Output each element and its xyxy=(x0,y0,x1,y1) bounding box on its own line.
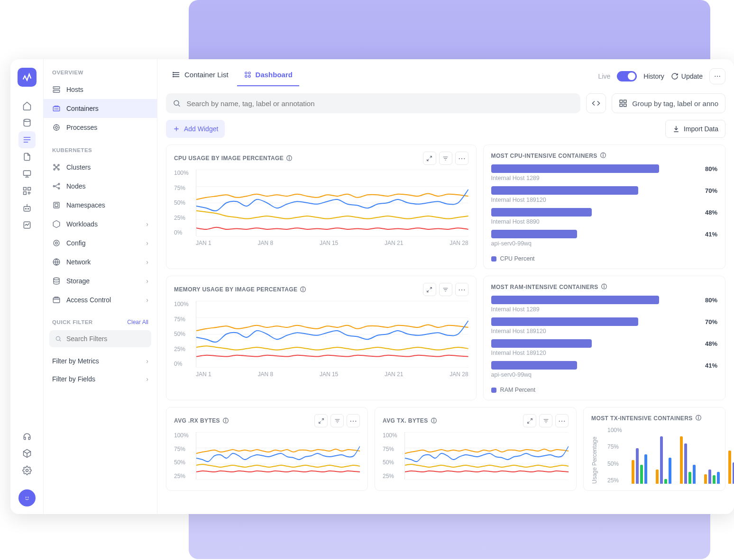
list-icon[interactable] xyxy=(18,131,36,148)
sidebar-item-storage[interactable]: Storage› xyxy=(44,271,157,290)
database-icon[interactable] xyxy=(18,114,36,131)
svg-point-15 xyxy=(55,126,58,129)
info-icon[interactable]: ⓘ xyxy=(431,417,437,425)
user-avatar[interactable] xyxy=(18,489,36,506)
filter-icon[interactable] xyxy=(439,283,452,296)
info-icon[interactable]: ⓘ xyxy=(223,417,229,425)
svg-point-39 xyxy=(248,75,250,77)
bar xyxy=(693,465,696,484)
bar xyxy=(640,465,643,484)
search-input[interactable] xyxy=(186,99,574,108)
update-button[interactable]: Update xyxy=(671,72,703,80)
tx-cols-card: MOST TX-INTENSIVE CONTAINERSⓘ Usage Perc… xyxy=(583,407,725,491)
bar xyxy=(636,448,639,484)
sidebar-item-access-control[interactable]: Access Control› xyxy=(44,290,157,309)
expand-icon[interactable] xyxy=(314,414,328,427)
card-title: MOST RAM-INTENSIVE CONTAINERSⓘ xyxy=(491,283,607,291)
bar-value: 41% xyxy=(705,362,717,369)
y-tick: 0% xyxy=(174,361,189,367)
topbar-right: Live History Update ⋯ xyxy=(598,68,725,84)
sidebar-item-workloads[interactable]: Workloads› xyxy=(44,215,157,234)
expand-icon[interactable] xyxy=(423,152,436,165)
sidebar-item-nodes[interactable]: Nodes xyxy=(44,177,157,196)
more-icon[interactable]: ⋯ xyxy=(455,283,468,296)
svg-rect-31 xyxy=(53,298,60,303)
info-icon[interactable]: ⓘ xyxy=(286,154,292,163)
sidebar: OVERVIEWHostsContainersProcessesKUBERNET… xyxy=(44,59,157,514)
y-tick: 75% xyxy=(174,316,189,323)
info-icon[interactable]: ⓘ xyxy=(696,414,701,422)
filter-search-input[interactable] xyxy=(66,335,146,343)
sidebar-item-label: Nodes xyxy=(66,182,85,190)
x-tick: JAN 21 xyxy=(385,240,403,246)
filter-search[interactable] xyxy=(49,330,151,347)
more-icon[interactable]: ⋯ xyxy=(555,414,569,427)
sidebar-item-hosts[interactable]: Hosts xyxy=(44,80,157,99)
sidebar-item-containers[interactable]: Containers xyxy=(44,99,157,118)
tabs: Container ListDashboard xyxy=(166,66,299,86)
gear-icon[interactable] xyxy=(18,462,36,479)
y-tick: 25% xyxy=(607,477,622,484)
info-icon[interactable]: ⓘ xyxy=(300,286,306,294)
robot-icon[interactable] xyxy=(18,199,36,217)
sidebar-item-clusters[interactable]: Clusters xyxy=(44,158,157,177)
clear-all-link[interactable]: Clear All xyxy=(127,319,148,325)
monitor-icon[interactable] xyxy=(18,165,36,182)
bar xyxy=(728,451,731,484)
add-widget-button[interactable]: Add Widget xyxy=(166,120,225,138)
more-icon[interactable]: ⋯ xyxy=(455,152,468,165)
svg-rect-43 xyxy=(620,104,622,107)
sidebar-item-config[interactable]: Config› xyxy=(44,234,157,253)
filter-icon[interactable] xyxy=(439,152,452,165)
import-data-button[interactable]: Import Data xyxy=(665,120,725,138)
code-button[interactable] xyxy=(586,93,606,113)
expand-icon[interactable] xyxy=(423,283,436,296)
filter-label: Filter by Fields xyxy=(52,375,95,383)
home-icon[interactable] xyxy=(18,97,36,114)
svg-rect-13 xyxy=(53,90,60,93)
headset-icon[interactable] xyxy=(18,428,36,445)
svg-rect-4 xyxy=(23,192,26,195)
info-icon[interactable]: ⓘ xyxy=(601,283,607,291)
tab-dashboard[interactable]: Dashboard xyxy=(237,66,299,86)
sidebar-item-processes[interactable]: Processes xyxy=(44,118,157,137)
x-tick: JAN 1 xyxy=(196,240,211,246)
sidebar-item-label: Clusters xyxy=(66,163,91,171)
filter-icon[interactable] xyxy=(539,414,552,427)
cube-icon[interactable] xyxy=(18,445,36,462)
bar xyxy=(632,460,634,484)
sidebar-item-namespaces[interactable]: Namespaces xyxy=(44,196,157,215)
live-label: Live xyxy=(598,72,611,80)
card-title: MOST CPU-INTENSIVE CONTAINERSⓘ xyxy=(491,152,606,160)
y-tick: 25% xyxy=(174,473,189,479)
filter-icon[interactable] xyxy=(330,414,344,427)
app-logo[interactable] xyxy=(18,68,37,87)
sidebar-item-label: Storage xyxy=(66,277,90,285)
info-icon[interactable]: ⓘ xyxy=(600,152,606,160)
nodes-icon xyxy=(52,182,61,190)
activity-icon[interactable] xyxy=(18,217,36,234)
filter-filter-by-metrics[interactable]: Filter by Metrics› xyxy=(44,352,157,370)
search-box[interactable] xyxy=(166,93,580,113)
chevron-right-icon: › xyxy=(146,277,148,285)
quick-filter-title: QUICK FILTER xyxy=(52,319,93,325)
more-icon[interactable]: ⋯ xyxy=(347,414,360,427)
bar xyxy=(684,443,687,484)
svg-point-28 xyxy=(55,242,58,244)
y-tick: 100% xyxy=(607,427,622,434)
mem-usage-card: MEMORY USAGE BY IMAGE PERCENTAGEⓘ ⋯ 100%… xyxy=(166,276,477,400)
dashboard-icon xyxy=(244,71,252,79)
groupby-button[interactable]: Group by tag, label or anno xyxy=(612,93,725,113)
live-history-toggle[interactable] xyxy=(617,71,637,81)
expand-icon[interactable] xyxy=(523,414,536,427)
page-icon[interactable] xyxy=(18,148,36,165)
grid-icon[interactable] xyxy=(18,182,36,199)
more-button[interactable]: ⋯ xyxy=(709,68,725,84)
tab-container-list[interactable]: Container List xyxy=(166,66,235,86)
svg-rect-44 xyxy=(624,104,626,107)
filter-filter-by-fields[interactable]: Filter by Fields› xyxy=(44,370,157,388)
y-tick: 100% xyxy=(174,170,189,176)
config-icon xyxy=(52,239,61,247)
sidebar-item-network[interactable]: Network› xyxy=(44,253,157,271)
svg-point-9 xyxy=(26,470,28,472)
